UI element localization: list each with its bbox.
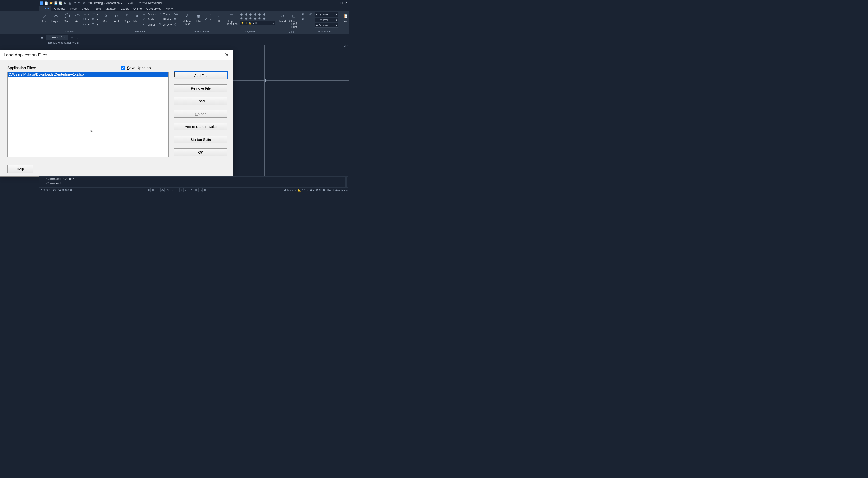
layer-tool-11-icon[interactable]: ◈: [258, 17, 261, 20]
dim-linear-button[interactable]: ⊢▾: [204, 12, 211, 17]
command-line[interactable]: Command: *Cancel* Command:: [39, 176, 348, 188]
insert-button[interactable]: ⊕ Insert: [278, 12, 287, 23]
save-updates-checkbox[interactable]: [121, 66, 125, 70]
misc-toggle-1[interactable]: ▭: [198, 188, 203, 192]
tab-home[interactable]: Home: [39, 6, 52, 11]
paste-button[interactable]: 📋 Paste: [342, 12, 349, 23]
grid-toggle[interactable]: ▦: [151, 188, 155, 192]
redo-icon[interactable]: ↷: [78, 1, 81, 5]
help-button[interactable]: Help: [7, 165, 33, 173]
close-button[interactable]: ✕: [344, 0, 349, 5]
preview-icon[interactable]: ▦: [68, 1, 72, 5]
layer-tool-12-icon[interactable]: ◈: [262, 17, 266, 20]
trim-button[interactable]: ✂Trim ▾: [158, 12, 172, 17]
block-tool-1[interactable]: ▣: [301, 12, 306, 17]
menu-toggle[interactable]: ☰: [39, 35, 45, 40]
tab-close-icon[interactable]: ✕: [63, 36, 65, 39]
maximize-button[interactable]: ◻: [339, 0, 344, 5]
layer-tool-3-icon[interactable]: ◈: [249, 12, 252, 16]
tab-export[interactable]: Export: [118, 6, 131, 11]
ok-button[interactable]: OK: [174, 148, 227, 156]
workspace-status[interactable]: ⚙ 2D Drafting & Annotation: [316, 189, 348, 192]
field-button[interactable]: ▭ Field: [213, 12, 221, 23]
stretch-button[interactable]: ⇲Stretch: [143, 12, 157, 17]
coordinates-readout[interactable]: 789.6273, 493.5483, 0.0000: [1, 189, 73, 191]
vp-close-icon[interactable]: ✕: [346, 44, 348, 47]
dialog-close-button[interactable]: ✕: [224, 52, 230, 58]
point-button[interactable]: ⊡▾: [92, 23, 99, 27]
tab-annotate[interactable]: Annotate: [52, 6, 67, 11]
save-updates-checkbox-label[interactable]: Save Updates: [121, 66, 151, 70]
hatch-button[interactable]: ▨▾: [92, 17, 99, 22]
layer-tool-7-icon[interactable]: ◈: [240, 17, 243, 20]
ortho-toggle[interactable]: ∟: [156, 188, 160, 192]
save-icon[interactable]: 💾: [54, 1, 58, 5]
tab-app-plus[interactable]: APP+: [163, 6, 176, 11]
table-button[interactable]: ▦ Table: [194, 12, 203, 23]
model-toggle[interactable]: ▭: [184, 188, 188, 192]
open-icon[interactable]: 📂: [49, 1, 53, 5]
circle-button[interactable]: Circle: [63, 12, 71, 23]
line-button[interactable]: Line: [40, 12, 49, 23]
workspace-switch-icon[interactable]: ⚙: [82, 1, 86, 5]
tab-manage[interactable]: Manage: [103, 6, 118, 11]
copy-button[interactable]: ⎘ Copy: [123, 12, 131, 23]
annotation-scale[interactable]: ✱ ▾: [310, 189, 314, 192]
mirror-button[interactable]: ⇔ Mirror: [132, 12, 141, 23]
linetype-selector[interactable]: ━ByLayer▾: [315, 23, 339, 28]
viewport-label[interactable]: [-] [Top] [2D Wireframe] [WCS]: [0, 40, 349, 45]
lwt-toggle[interactable]: ≡: [175, 188, 179, 192]
polyline-button[interactable]: Polyline: [51, 12, 62, 23]
layer-properties-button[interactable]: ☰ Layer Properties: [224, 12, 238, 26]
tab-insert[interactable]: Insert: [67, 6, 80, 11]
plot-icon[interactable]: 🖶: [63, 1, 67, 5]
layer-tool-1-icon[interactable]: ◈: [240, 12, 243, 16]
prop-tool-2[interactable]: ☰: [309, 17, 313, 22]
startup-suite-button[interactable]: Startup Suite: [174, 135, 227, 143]
move-button[interactable]: ✥ Move: [102, 12, 110, 23]
erase-button[interactable]: ⌫: [174, 12, 179, 17]
spline-button[interactable]: 〰▾: [92, 12, 99, 17]
mtext-button[interactable]: A Multiline Text: [182, 12, 193, 26]
command-prompt[interactable]: Command:: [39, 181, 348, 186]
change-bp-button[interactable]: ⊡ Change Base Point: [288, 12, 299, 29]
dialog-title-bar[interactable]: Load Application Files ✕: [0, 50, 233, 60]
rotate-button[interactable]: ↻ Rotate: [112, 12, 121, 23]
misc-toggle-2[interactable]: ▦: [203, 188, 208, 192]
layer-tool-6-icon[interactable]: ◈: [262, 12, 266, 16]
tab-geoservice[interactable]: GeoService: [144, 6, 164, 11]
polygon-button[interactable]: ⬡▾: [83, 17, 90, 22]
add-to-startup-button[interactable]: Add to Startup Suite: [174, 123, 227, 130]
file-list-item[interactable]: C:\Users\Mufasu\Downloads\CenterlineV1-2…: [8, 72, 168, 77]
offset-button[interactable]: ⊏Offset: [143, 23, 157, 27]
ellipse-button[interactable]: ⬭▾: [83, 23, 90, 27]
load-button[interactable]: Load: [174, 97, 227, 105]
layer-tool-2-icon[interactable]: ◈: [244, 12, 248, 16]
dyn-toggle[interactable]: +: [180, 188, 184, 192]
vp-maximize-icon[interactable]: ◻: [343, 44, 346, 47]
color-selector[interactable]: ■ByLayer▾: [315, 12, 339, 17]
scale-readout[interactable]: 📐 1:1 ▾: [298, 189, 308, 192]
block-tool-2[interactable]: ▣: [301, 17, 306, 22]
undo-icon[interactable]: ↶: [73, 1, 76, 5]
explode-button[interactable]: ✱: [174, 17, 179, 22]
saveas-icon[interactable]: 📑: [59, 1, 62, 5]
minimize-button[interactable]: —: [334, 0, 339, 5]
anno-toggle[interactable]: ▤: [194, 188, 198, 192]
layer-tool-8-icon[interactable]: ◈: [244, 17, 248, 20]
lineweight-selector[interactable]: ━ByLayer▾: [315, 18, 339, 22]
polar-toggle[interactable]: ◷: [160, 188, 165, 192]
file-listbox[interactable]: C:\Users\Mufasu\Downloads\CenterlineV1-2…: [7, 71, 168, 157]
fillet-button[interactable]: ⌒Fillet ▾: [158, 17, 172, 22]
arc-button[interactable]: Arc: [73, 12, 82, 23]
tab-online[interactable]: Online: [131, 6, 144, 11]
tab-tools[interactable]: Tools: [92, 6, 103, 11]
layer-selector[interactable]: 💡 ☀ 🔓 ■ 0 ▾: [240, 21, 275, 25]
layer-tool-5-icon[interactable]: ◈: [258, 12, 261, 16]
prop-tool-3[interactable]: ☰: [309, 23, 313, 27]
snap-toggle[interactable]: ⊞: [146, 188, 151, 192]
add-file-button[interactable]: Add File: [174, 71, 227, 79]
otrack-toggle[interactable]: ◿: [170, 188, 174, 192]
scale-button[interactable]: ⤢Scale: [143, 17, 157, 22]
break-button[interactable]: ◌: [174, 23, 179, 27]
